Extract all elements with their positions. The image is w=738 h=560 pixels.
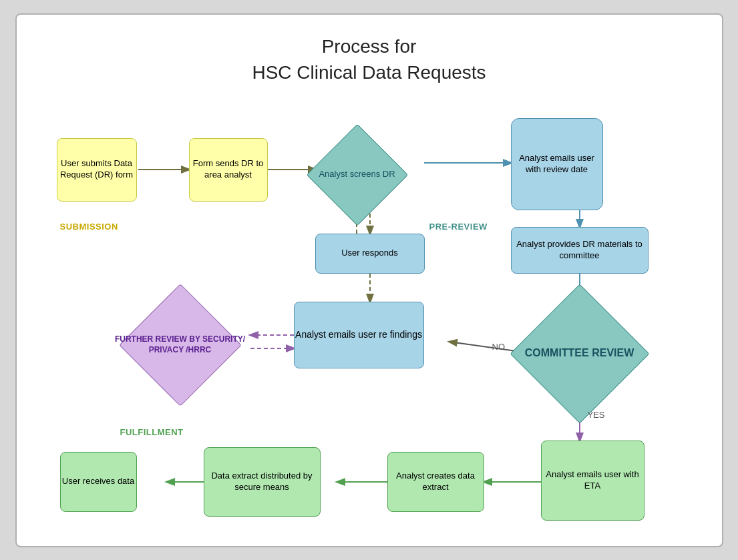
form-sends-node: Form sends DR to area analyst xyxy=(189,138,268,202)
submission-label: SUBMISSION xyxy=(60,222,118,232)
yes-label: YES xyxy=(588,410,605,420)
analyst-creates-node: Analyst creates data extract xyxy=(387,452,484,512)
analyst-provides-node: Analyst provides DR materials to committ… xyxy=(511,227,649,274)
pre-review-label: PRE-REVIEW xyxy=(429,222,488,232)
user-submits-node: User submits Data Request (DR) form xyxy=(57,138,137,202)
user-responds-node: User responds xyxy=(315,234,425,274)
data-extract-node: Data extract distributed by secure means xyxy=(204,447,321,517)
analyst-emails-review-node: Analyst emails user with review date xyxy=(511,118,603,210)
page-title: Process for HSC Clinical Data Requests xyxy=(17,15,722,85)
user-receives-node: User receives data xyxy=(60,452,137,512)
analyst-emails-findings-node: Analyst emails user re findings xyxy=(294,302,424,368)
diagram-container: Process for HSC Clinical Data Requests xyxy=(15,13,723,547)
fulfillment-label: FULFILLMENT xyxy=(120,427,184,437)
analyst-screens-diamond: Analyst screens DR xyxy=(304,121,411,228)
committee-review-diamond: COMMITTEE REVIEW xyxy=(488,303,672,404)
analyst-emails-eta-node: Analyst emails user with ETA xyxy=(541,441,644,521)
no-label: NO xyxy=(492,342,506,352)
further-review-diamond: FURTHER REVIEW BY SECURITY/ PRIVACY /HRR… xyxy=(114,292,247,398)
